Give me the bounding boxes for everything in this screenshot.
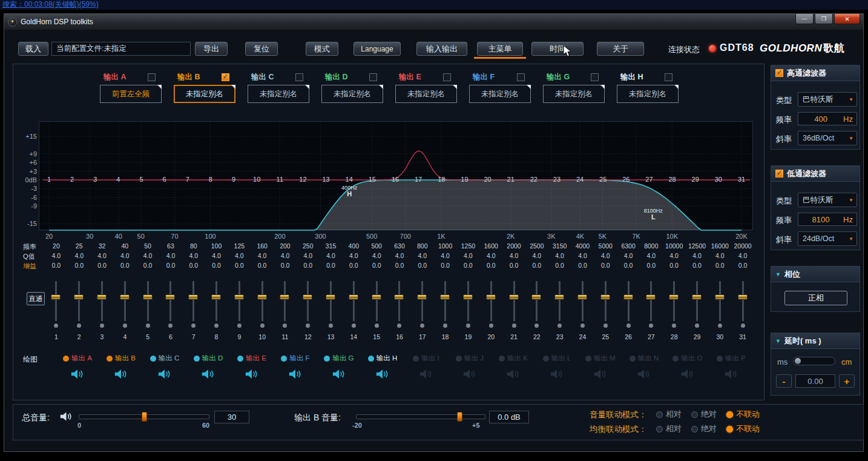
eq-q-value[interactable]: 4.0	[274, 252, 297, 259]
eq-band-slider[interactable]	[479, 280, 502, 331]
eq-gain-value[interactable]: 0.0	[502, 262, 525, 269]
eq-band-slider[interactable]	[365, 280, 388, 331]
slider-track[interactable]	[628, 281, 630, 321]
draw-channel-toggle[interactable]: 输出 D	[186, 354, 230, 363]
slider-handle[interactable]	[165, 294, 175, 300]
eq-freq-value[interactable]: 6300	[617, 242, 640, 250]
slider-handle[interactable]	[257, 294, 267, 300]
eq-band-slider[interactable]	[617, 280, 640, 331]
eq-freq-value[interactable]: 50	[136, 242, 159, 250]
eq-q-value[interactable]: 4.0	[479, 252, 502, 259]
slider-handle[interactable]	[600, 294, 610, 300]
slider-handle[interactable]	[280, 294, 289, 300]
slider-track[interactable]	[307, 281, 309, 321]
slider-track[interactable]	[353, 281, 355, 321]
channel-volume-slider[interactable]	[356, 414, 485, 419]
channel-checkbox[interactable]	[517, 73, 525, 81]
eq-q-value[interactable]: 4.0	[663, 252, 686, 259]
slider-track[interactable]	[101, 281, 103, 321]
eq-q-value[interactable]: 4.0	[594, 252, 617, 259]
eq-q-value[interactable]: 4.0	[457, 252, 480, 259]
delay-slider-knob[interactable]	[795, 358, 801, 364]
slider-handle[interactable]	[623, 294, 633, 300]
channel-checkbox[interactable]	[443, 73, 451, 81]
speaker-icon[interactable]	[59, 411, 73, 422]
slider-track[interactable]	[169, 281, 171, 321]
channel-checkbox[interactable]	[369, 73, 377, 81]
eq-band-slider[interactable]	[274, 280, 297, 331]
channel-name-box[interactable]: 未指定别名	[395, 85, 457, 103]
eq-freq-value[interactable]: 3150	[548, 242, 571, 250]
eq-q-value[interactable]: 4.0	[68, 252, 91, 259]
about-button[interactable]: 关于	[597, 42, 644, 56]
slider-handle[interactable]	[669, 294, 679, 300]
eq-gain-value[interactable]: 0.0	[708, 262, 731, 269]
config-file-field[interactable]: 当前配置文件:未指定	[51, 42, 191, 56]
slider-handle[interactable]	[486, 294, 496, 300]
eq-freq-value[interactable]: 800	[411, 242, 434, 250]
mute-button[interactable]	[143, 368, 186, 380]
eq-band-slider[interactable]	[136, 280, 159, 331]
eq-freq-value[interactable]: 10000	[663, 242, 686, 250]
master-volume-slider[interactable]	[79, 414, 209, 419]
eq-q-value[interactable]: 4.0	[159, 252, 182, 259]
draw-channel-toggle[interactable]: 输出 M	[579, 354, 622, 363]
slider-handle[interactable]	[326, 294, 335, 300]
eq-freq-value[interactable]: 125	[228, 242, 251, 250]
slider-track[interactable]	[421, 281, 423, 321]
draw-channel-toggle[interactable]: 输出 O	[666, 354, 709, 363]
slider-handle[interactable]	[646, 294, 656, 300]
slider-handle[interactable]	[143, 294, 153, 300]
eq-band-slider[interactable]	[571, 280, 594, 331]
eq-gain-value[interactable]: 0.0	[45, 262, 68, 269]
channel-checkbox[interactable]	[295, 73, 303, 81]
eq-gain-value[interactable]: 0.0	[686, 262, 709, 269]
slider-handle[interactable]	[74, 294, 84, 300]
lp-type-dropdown[interactable]: 巴特沃斯 ▼	[798, 193, 857, 207]
eq-band-slider[interactable]	[663, 280, 686, 331]
slider-track[interactable]	[55, 281, 57, 321]
mute-button[interactable]	[274, 368, 317, 380]
eq-freq-value[interactable]: 200	[274, 242, 297, 250]
eq-gain-value[interactable]: 0.0	[388, 262, 411, 269]
slider-track[interactable]	[192, 281, 194, 321]
eq-q-value[interactable]: 4.0	[91, 252, 114, 259]
channel-checkbox[interactable]	[665, 73, 672, 81]
window-titlebar[interactable]: ✦ GoldHorn DSP toolkits	[4, 14, 863, 30]
eq-freq-value[interactable]: 1250	[457, 242, 480, 250]
slider-handle[interactable]	[51, 294, 61, 300]
eq-q-value[interactable]: 4.0	[365, 252, 388, 259]
radio-option[interactable]: 不联动	[726, 409, 760, 420]
slider-handle[interactable]	[211, 294, 221, 300]
slider-track[interactable]	[261, 281, 263, 321]
main-menu-tab[interactable]: 主菜单	[477, 42, 523, 56]
eq-freq-value[interactable]: 20000	[731, 242, 754, 250]
highpass-enable-checkbox[interactable]	[775, 69, 783, 77]
slider-handle[interactable]	[440, 294, 450, 300]
draw-channel-toggle[interactable]: 输出 C	[143, 354, 186, 363]
eq-q-value[interactable]: 4.0	[342, 252, 365, 259]
reset-button[interactable]: 复位	[245, 42, 278, 56]
eq-gain-value[interactable]: 0.0	[205, 262, 228, 269]
channel-name-box[interactable]: 未指定别名	[469, 85, 531, 103]
eq-q-value[interactable]: 4.0	[136, 252, 159, 259]
draw-channel-toggle[interactable]: 输出 G	[317, 354, 361, 363]
eq-freq-value[interactable]: 32	[91, 242, 114, 250]
mute-button[interactable]	[317, 368, 361, 380]
slider-track[interactable]	[536, 281, 538, 321]
channel-name-box[interactable]: 未指定别名	[321, 85, 383, 103]
eq-gain-value[interactable]: 0.0	[342, 262, 365, 269]
slider-track[interactable]	[376, 281, 378, 321]
delay-slider[interactable]	[793, 357, 835, 365]
eq-freq-value[interactable]: 12500	[686, 242, 709, 250]
draw-channel-toggle[interactable]: 输出 K	[492, 354, 535, 363]
eq-q-value[interactable]: 4.0	[686, 252, 709, 259]
eq-q-value[interactable]: 4.0	[411, 252, 434, 259]
load-button[interactable]: 载入	[18, 42, 48, 56]
delay-value-field[interactable]: 0.00	[795, 374, 835, 388]
eq-q-value[interactable]: 4.0	[113, 252, 136, 259]
slider-track[interactable]	[582, 281, 584, 321]
slider-handle[interactable]	[188, 294, 198, 300]
mute-button[interactable]	[579, 368, 622, 380]
mute-button[interactable]	[404, 368, 448, 380]
